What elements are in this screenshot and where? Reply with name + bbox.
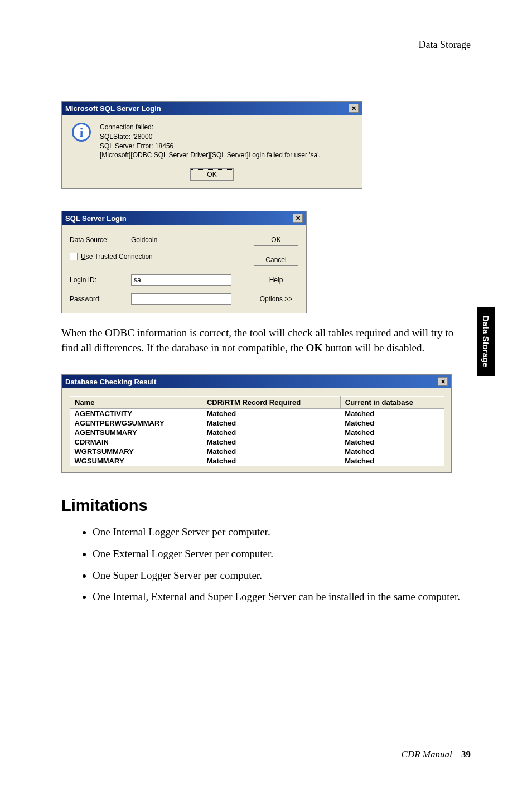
table-row: WGRTSUMMARYMatchedMatched	[70, 447, 444, 456]
table-cell: Matched	[202, 409, 340, 419]
checking-title: Database Checking Result	[65, 378, 156, 386]
table-cell: Matched	[202, 428, 340, 437]
table-cell: Matched	[340, 456, 444, 466]
table-cell: Matched	[202, 437, 340, 447]
checking-result-dialog: Database Checking Result ✕ Name CDR/RTM …	[61, 374, 452, 473]
footer-page: 39	[461, 749, 471, 760]
table-row: AGENTPERWGSUMMARYMatchedMatched	[70, 418, 444, 428]
error-line: SQLState: '28000'	[100, 132, 321, 142]
table-row: WGSUMMARYMatchedMatched	[70, 456, 444, 466]
options-button[interactable]: Options >>	[254, 293, 298, 305]
table-cell: AGENTSUMMARY	[70, 428, 202, 437]
trusted-label: Use Trusted Connection	[81, 253, 153, 260]
table-cell: Matched	[340, 437, 444, 447]
list-item: One Super Logger Server per computer.	[93, 568, 471, 583]
table-cell: Matched	[202, 418, 340, 428]
table-cell: WGSUMMARY	[70, 456, 202, 466]
error-title: Microsoft SQL Server Login	[65, 104, 161, 113]
close-icon[interactable]: ✕	[438, 377, 448, 386]
cancel-button[interactable]: Cancel	[254, 254, 298, 266]
login-title: SQL Server Login	[65, 214, 127, 223]
footer-manual: CDR Manual	[402, 749, 452, 760]
error-message: Connection failed: SQLState: '28000' SQL…	[100, 123, 321, 160]
error-line: Connection failed:	[100, 123, 321, 132]
table-cell: Matched	[202, 456, 340, 466]
login-label: Login ID:	[70, 276, 131, 284]
col-required: CDR/RTM Record Required	[202, 397, 340, 409]
side-tab-label: Data Storage	[481, 316, 491, 368]
table-row: AGENTACTIVITYMatchedMatched	[70, 409, 444, 419]
side-tab: Data Storage	[477, 307, 495, 376]
table-cell: Matched	[340, 409, 444, 419]
trusted-checkbox[interactable]	[70, 253, 78, 260]
close-icon[interactable]: ✕	[349, 104, 359, 113]
error-line: [Microsoft][ODBC SQL Server Driver][SQL …	[100, 151, 321, 160]
ok-button[interactable]: OK	[191, 169, 233, 180]
info-icon: i	[72, 123, 91, 142]
datasource-value: Goldcoin	[131, 236, 254, 244]
table-cell: Matched	[202, 447, 340, 456]
limitations-list: One Internal Logger Server per computer.…	[61, 525, 471, 604]
login-dialog: SQL Server Login ✕ Data Source: Goldcoin…	[61, 211, 307, 313]
table-cell: Matched	[340, 447, 444, 456]
checking-titlebar: Database Checking Result ✕	[62, 375, 451, 388]
table-cell: AGENTPERWGSUMMARY	[70, 418, 202, 428]
password-input[interactable]	[131, 293, 231, 305]
datasource-label: Data Source:	[70, 236, 131, 244]
error-dialog: Microsoft SQL Server Login ✕ i Connectio…	[61, 101, 362, 189]
ok-button[interactable]: OK	[254, 234, 298, 246]
page-header: Data Storage	[61, 39, 471, 51]
table-row: AGENTSUMMARYMatchedMatched	[70, 428, 444, 437]
header-title: Data Storage	[419, 39, 471, 50]
page-footer: CDR Manual 39	[402, 749, 471, 760]
table-cell: Matched	[340, 428, 444, 437]
table-cell: CDRMAIN	[70, 437, 202, 447]
close-icon[interactable]: ✕	[293, 214, 303, 223]
login-titlebar: SQL Server Login ✕	[62, 211, 306, 225]
col-current: Current in database	[340, 397, 444, 409]
help-button[interactable]: Help	[254, 274, 298, 286]
password-label: Password:	[70, 295, 131, 303]
error-line: SQL Server Error: 18456	[100, 142, 321, 151]
table-cell: WGRTSUMMARY	[70, 447, 202, 456]
table-cell: Matched	[340, 418, 444, 428]
login-input[interactable]	[131, 274, 231, 286]
table-row: CDRMAINMatchedMatched	[70, 437, 444, 447]
result-table: Name CDR/RTM Record Required Current in …	[70, 396, 444, 466]
list-item: One Internal Logger Server per computer.	[93, 525, 471, 540]
list-item: One Internal, External and Super Logger …	[93, 590, 471, 605]
list-item: One External Logger Server per computer.	[93, 547, 471, 562]
limitations-heading: Limitations	[61, 496, 471, 515]
table-cell: AGENTACTIVITY	[70, 409, 202, 419]
col-name: Name	[70, 397, 202, 409]
error-titlebar: Microsoft SQL Server Login ✕	[62, 102, 362, 115]
body-paragraph: When the ODBC information is correct, th…	[61, 326, 471, 355]
